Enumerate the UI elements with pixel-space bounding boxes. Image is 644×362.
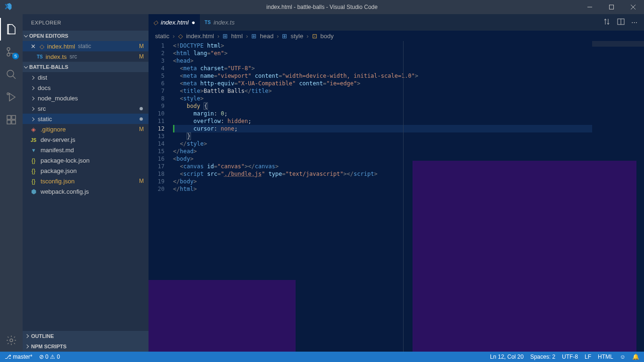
cursor-position[interactable]: Ln 12, Col 20 [490, 354, 523, 360]
activity-bar: S [0, 14, 23, 352]
folder-item[interactable]: src [23, 103, 149, 114]
problems-status[interactable]: ⊘ 0 ⚠ 0 [39, 354, 60, 360]
tab-index-ts[interactable]: TS index.ts [200, 14, 239, 31]
folder-item[interactable]: node_modules [23, 93, 149, 103]
modified-badge: M [139, 43, 144, 49]
svg-rect-12 [7, 120, 11, 124]
modified-badge: M [139, 53, 144, 60]
html-file-icon: ◇ [178, 33, 183, 40]
title-bar: index.html - battle-balls - Visual Studi… [0, 0, 644, 14]
open-editor-item[interactable]: ✕ ◇ index.html static M [23, 41, 149, 51]
app-logo-icon [4, 2, 12, 12]
window-title: index.html - battle-balls - Visual Studi… [266, 4, 378, 10]
search-tab-icon[interactable] [0, 63, 23, 86]
settings-gear-icon[interactable] [0, 329, 23, 352]
tab-index-html[interactable]: ◇ index.html ● [149, 14, 200, 31]
folder-item[interactable]: dist [23, 72, 149, 82]
symbol-icon: ⊡ [312, 33, 317, 40]
explorer-tab-icon[interactable] [0, 18, 23, 41]
extensions-tab-icon[interactable] [0, 108, 23, 131]
html-file-icon: ◇ [40, 43, 44, 50]
svg-point-4 [7, 48, 10, 50]
modified-gutter-marker [173, 125, 174, 132]
language-mode[interactable]: HTML [598, 354, 613, 360]
svg-point-14 [10, 339, 13, 342]
debug-tab-icon[interactable] [0, 86, 23, 108]
symbol-icon: ⊞ [282, 33, 287, 40]
scm-badge: S [12, 53, 19, 59]
editor-area: ◇ index.html ● TS index.ts ⋯ static› ◇in… [149, 14, 644, 352]
split-editor-icon[interactable] [617, 18, 625, 27]
outline-header[interactable]: OUTLINE [23, 331, 149, 341]
overlay-block [413, 161, 636, 352]
breadcrumb[interactable]: static› ◇index.html› ⊞html› ⊞head› ⊞styl… [149, 31, 644, 41]
file-item[interactable]: JSdev-server.js [23, 134, 149, 145]
file-item[interactable]: ▾manifest.md [23, 145, 149, 155]
file-item[interactable]: {}package.json [23, 165, 149, 176]
more-actions-icon[interactable]: ⋯ [631, 19, 637, 26]
indentation-status[interactable]: Spaces: 2 [530, 354, 555, 360]
status-bar: ⎇ master* ⊘ 0 ⚠ 0 Ln 12, Col 20 Spaces: … [0, 352, 644, 362]
workspace-header[interactable]: BATTLE-BALLS [23, 62, 149, 72]
symbol-icon: ⊞ [251, 33, 256, 40]
eol-status[interactable]: LF [585, 354, 591, 360]
html-file-icon: ◇ [153, 19, 158, 26]
npm-scripts-header[interactable]: NPM SCRIPTS [23, 341, 149, 352]
svg-rect-13 [12, 120, 16, 124]
minimize-button[interactable] [579, 0, 601, 14]
svg-point-6 [7, 53, 10, 56]
file-item[interactable]: ⬢webpack.config.js [23, 186, 149, 197]
dirty-indicator-icon: ● [191, 19, 195, 26]
overlay-block [149, 280, 296, 352]
file-item[interactable]: ◈.gitignoreM [23, 124, 149, 134]
scm-tab-icon[interactable]: S [0, 41, 23, 63]
open-editors-header[interactable]: OPEN EDITORS [23, 31, 149, 41]
maximize-button[interactable] [601, 0, 622, 14]
svg-point-7 [7, 70, 14, 77]
open-editor-item[interactable]: TS index.ts src M [23, 51, 149, 62]
file-item[interactable]: {}package-lock.json [23, 155, 149, 165]
notifications-icon[interactable]: 🔔 [632, 354, 639, 360]
feedback-icon[interactable]: ☺ [620, 354, 626, 360]
explorer-sidebar: EXPLORER OPEN EDITORS ✕ ◇ index.html sta… [23, 14, 149, 352]
symbol-icon: ⊞ [223, 33, 228, 40]
ts-file-icon: TS [37, 54, 43, 59]
svg-line-8 [13, 76, 16, 79]
svg-rect-10 [7, 115, 11, 119]
folder-item[interactable]: static [23, 114, 149, 124]
svg-rect-11 [12, 115, 16, 119]
svg-point-9 [7, 93, 9, 95]
code-editor[interactable]: 1234567891011121314151617181920 <!DOCTYP… [149, 41, 644, 352]
ts-file-icon: TS [205, 20, 211, 25]
svg-rect-1 [610, 5, 614, 9]
compare-changes-icon[interactable] [603, 18, 611, 27]
encoding-status[interactable]: UTF-8 [562, 354, 578, 360]
file-item[interactable]: {}tsconfig.jsonM [23, 176, 149, 186]
close-window-button[interactable] [622, 0, 644, 14]
close-icon[interactable]: ✕ [29, 43, 37, 50]
sidebar-title: EXPLORER [23, 14, 149, 31]
folder-item[interactable]: docs [23, 82, 149, 93]
branch-status[interactable]: ⎇ master* [5, 354, 33, 360]
editor-ruler [403, 41, 404, 352]
editor-tabs: ◇ index.html ● TS index.ts ⋯ [149, 14, 644, 31]
